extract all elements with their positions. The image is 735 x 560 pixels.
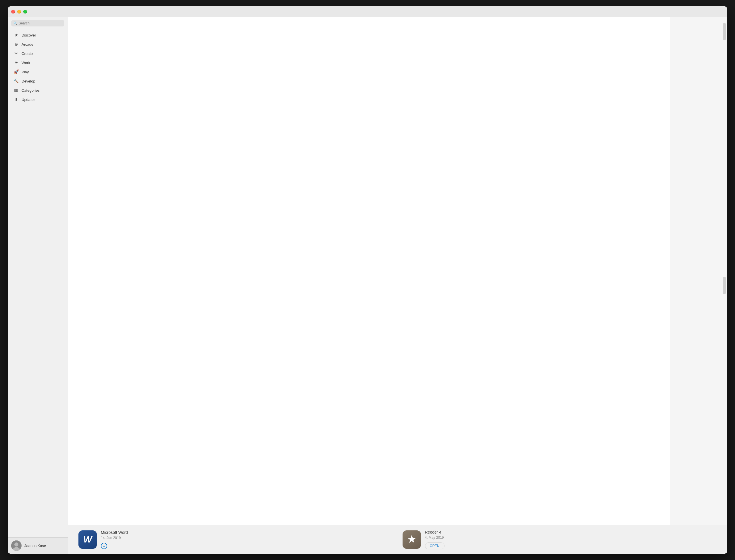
sidebar-label-develop: Develop bbox=[22, 79, 35, 83]
search-icon: 🔍 bbox=[14, 22, 18, 25]
sidebar-item-discover[interactable]: ★ Discover bbox=[9, 30, 66, 40]
sidebar-item-develop[interactable]: 🔨 Develop bbox=[9, 76, 66, 86]
sidebar-label-arcade: Arcade bbox=[22, 42, 33, 47]
titlebar bbox=[8, 6, 367, 17]
minimize-button[interactable] bbox=[17, 10, 21, 14]
sidebar-item-create[interactable]: ✂ Create bbox=[9, 49, 66, 58]
maximize-button[interactable] bbox=[23, 10, 27, 14]
sidebar-nav: ★ Discover ⊕ Arcade ✂ Create ✈ Work 🚀 bbox=[8, 29, 68, 280]
search-bar: 🔍 bbox=[8, 17, 68, 29]
sidebar-label-categories: Categories bbox=[22, 88, 40, 93]
sidebar: 🔍 ★ Discover ⊕ Arcade ✂ Create bbox=[8, 17, 68, 280]
arcade-icon: ⊕ bbox=[14, 42, 19, 47]
sidebar-label-play: Play bbox=[22, 70, 29, 74]
work-icon: ✈ bbox=[14, 60, 19, 65]
develop-icon: 🔨 bbox=[14, 78, 19, 84]
categories-icon: ▦ bbox=[14, 88, 19, 93]
play-icon: 🚀 bbox=[14, 69, 19, 74]
search-container[interactable]: 🔍 bbox=[11, 20, 64, 26]
sidebar-item-arcade[interactable]: ⊕ Arcade bbox=[9, 40, 66, 49]
detail-panel bbox=[68, 17, 367, 280]
content-area: 🔍 ★ Discover ⊕ Arcade ✂ Create bbox=[8, 17, 367, 280]
search-input[interactable] bbox=[19, 21, 62, 25]
close-button[interactable] bbox=[11, 10, 15, 14]
updates-icon: ⬇ bbox=[14, 97, 19, 102]
sidebar-label-updates: Updates bbox=[22, 97, 35, 102]
sidebar-item-work[interactable]: ✈ Work bbox=[9, 58, 66, 67]
main-panel: Gift Card W Microsoft Word 14. Jun 2019 bbox=[68, 17, 367, 280]
sidebar-label-discover: Discover bbox=[22, 33, 36, 37]
sidebar-item-updates[interactable]: ⬇ Updates bbox=[9, 95, 66, 104]
sidebar-label-create: Create bbox=[22, 51, 33, 56]
create-icon: ✂ bbox=[14, 51, 19, 56]
discover-icon: ★ bbox=[14, 32, 19, 38]
traffic-lights bbox=[11, 10, 27, 14]
sidebar-item-categories[interactable]: ▦ Categories bbox=[9, 86, 66, 95]
sidebar-label-work: Work bbox=[22, 61, 30, 65]
sidebar-item-play[interactable]: 🚀 Play bbox=[9, 67, 66, 76]
app-window: 🔍 ★ Discover ⊕ Arcade ✂ Create bbox=[8, 6, 367, 280]
